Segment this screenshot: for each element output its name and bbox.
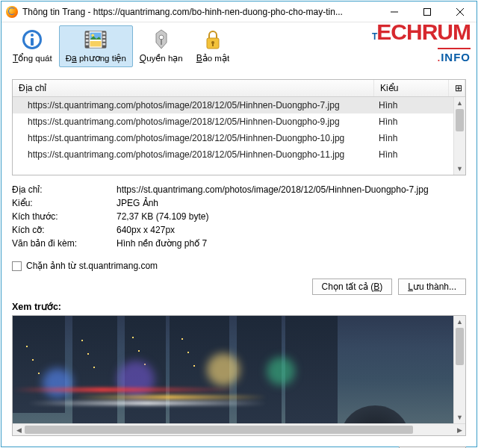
preview-image xyxy=(13,316,453,423)
preview-panel: ▲ ▼ ◀ ▶ xyxy=(12,315,466,436)
svg-rect-11 xyxy=(86,43,89,46)
scroll-up-icon[interactable]: ▲ xyxy=(454,316,465,328)
table-scrollbar-vertical[interactable]: ▲ ▼ xyxy=(453,97,465,175)
scroll-up-icon[interactable]: ▲ xyxy=(454,97,465,109)
svg-rect-15 xyxy=(103,43,106,46)
detail-address-value: https://st.quantrimang.com/photos/image/… xyxy=(117,184,466,195)
table-row[interactable]: https://st.quantrimang.com/photos/image/… xyxy=(13,130,453,146)
svg-rect-13 xyxy=(103,36,106,38)
cell-kind: Hình xyxy=(379,149,453,160)
tab-security[interactable]: Bảo mật xyxy=(190,25,236,67)
scroll-thumb[interactable] xyxy=(456,109,464,131)
cell-address: https://st.quantrimang.com/photos/image/… xyxy=(28,149,379,160)
svg-rect-14 xyxy=(103,40,106,42)
block-images-row: Chặn ảnh từ st.quantrimang.com xyxy=(12,261,466,271)
button-row: Chọn tất cả (B) Lưu thành... xyxy=(12,279,466,295)
cell-address: https://st.quantrimang.com/photos/image/… xyxy=(28,116,379,127)
detail-address-label: Địa chỉ: xyxy=(12,184,117,195)
save-as-button[interactable]: Lưu thành... xyxy=(398,279,466,295)
cell-kind: Hình xyxy=(379,116,453,127)
detail-kind-value: JPEG Ảnh xyxy=(117,198,466,208)
info-icon xyxy=(20,28,44,52)
tab-media-label: Đa phương tiện xyxy=(66,53,126,63)
table-body: https://st.quantrimang.com/photos/image/… xyxy=(13,97,465,175)
cell-address: https://st.quantrimang.com/photos/image/… xyxy=(28,133,379,143)
scroll-thumb[interactable] xyxy=(456,328,464,365)
preview-scrollbar-vertical[interactable]: ▲ ▼ xyxy=(453,316,465,423)
media-table: Địa chỉ Kiểu ⊞ https://st.quantrimang.co… xyxy=(12,79,466,175)
umbrella-figure xyxy=(341,405,409,423)
tab-media[interactable]: Đa phương tiện xyxy=(59,25,133,67)
block-images-checkbox[interactable] xyxy=(12,261,22,271)
scroll-thumb[interactable] xyxy=(25,426,413,434)
scroll-down-icon[interactable]: ▼ xyxy=(454,163,465,175)
svg-rect-0 xyxy=(424,8,431,15)
column-header-address[interactable]: Địa chỉ xyxy=(13,80,374,96)
preview-scrollbar-horizontal[interactable]: ◀ ▶ xyxy=(13,423,465,435)
detail-alttext-label: Văn bản đi kèm: xyxy=(12,238,117,249)
column-picker[interactable]: ⊞ xyxy=(449,80,465,96)
tab-permissions-label: Quyền hạn xyxy=(140,53,183,63)
detail-dimensions-value: 640px x 427px xyxy=(117,225,466,235)
content-area: Địa chỉ Kiểu ⊞ https://st.quantrimang.co… xyxy=(1,69,477,441)
table-row[interactable]: https://st.quantrimang.com/photos/image/… xyxy=(13,113,453,130)
detail-filesize-value: 72,37 KB (74.109 byte) xyxy=(117,211,466,222)
scroll-down-icon[interactable]: ▼ xyxy=(454,411,465,423)
tab-overview-label: Tổng quát xyxy=(13,53,52,63)
svg-rect-10 xyxy=(86,40,89,42)
tab-security-label: Bảo mật xyxy=(196,53,229,63)
detail-kind-label: Kiểu: xyxy=(12,198,117,208)
window-title: Thông tin Trang - https://quantrimang.co… xyxy=(22,7,378,17)
table-header: Địa chỉ Kiểu ⊞ xyxy=(13,80,465,97)
block-images-label: Chặn ảnh từ st.quantrimang.com xyxy=(26,261,158,271)
svg-point-3 xyxy=(31,34,34,37)
tab-permissions[interactable]: Quyền hạn xyxy=(133,25,190,67)
tab-overview[interactable]: Tổng quát xyxy=(6,25,59,67)
cell-kind: Hình xyxy=(379,133,453,143)
media-icon xyxy=(84,28,108,52)
svg-rect-8 xyxy=(86,33,89,35)
footer: Trợ giúp xyxy=(1,441,477,448)
svg-rect-4 xyxy=(31,38,34,46)
page-info-window: Thông tin Trang - https://quantrimang.co… xyxy=(1,1,477,447)
detail-alttext-value: Hình nền đường phố 7 xyxy=(117,238,466,249)
detail-filesize-label: Kích thước: xyxy=(12,211,117,222)
table-row[interactable]: https://st.quantrimang.com/photos/image/… xyxy=(13,97,453,113)
svg-rect-23 xyxy=(212,43,214,46)
scroll-left-icon[interactable]: ◀ xyxy=(13,426,25,434)
firefox-icon xyxy=(6,6,18,18)
scroll-right-icon[interactable]: ▶ xyxy=(453,426,465,434)
details-panel: Địa chỉ:https://st.quantrimang.com/photo… xyxy=(12,183,466,250)
lock-icon xyxy=(201,28,225,52)
detail-dimensions-label: Kích cỡ: xyxy=(12,225,117,235)
cell-kind: Hình xyxy=(379,100,453,111)
svg-rect-9 xyxy=(86,36,89,38)
svg-rect-12 xyxy=(103,33,106,35)
column-header-kind[interactable]: Kiểu xyxy=(374,80,449,96)
watermark-logo: TECHRUM .INFO xyxy=(372,22,471,63)
svg-rect-20 xyxy=(161,39,162,45)
table-row[interactable]: https://st.quantrimang.com/photos/image/… xyxy=(13,146,453,163)
svg-rect-18 xyxy=(90,41,102,47)
cell-address: https://st.quantrimang.com/photos/image/… xyxy=(28,100,379,111)
select-all-button[interactable]: Chọn tất cả (B) xyxy=(312,279,393,295)
preview-label: Xem trước: xyxy=(12,301,466,312)
permissions-icon xyxy=(149,28,173,52)
